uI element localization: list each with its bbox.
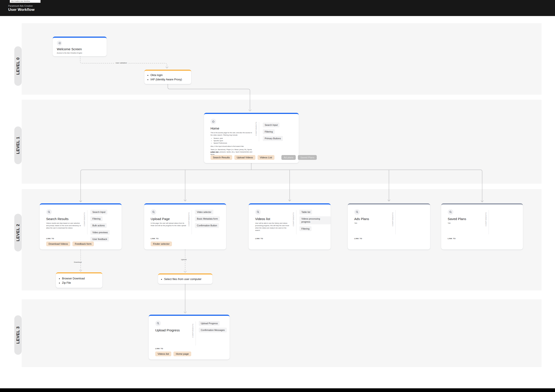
components-label: COMPONENTS — [188, 212, 190, 226]
components-label: COMPONENTS — [255, 122, 257, 136]
search-icon — [354, 209, 360, 215]
component-chip: User feedback — [90, 237, 109, 242]
note-list: Okta login IAP (Identity Aware Proxy) — [144, 73, 185, 82]
search-icon — [151, 209, 156, 215]
level-1-label: LEVEL 1 — [14, 127, 22, 164]
note-download-options[interactable]: Browser Download Zip File — [56, 272, 102, 288]
card-search-results[interactable]: Search Results Videos results and clips … — [40, 203, 122, 249]
level-2-text: LEVEL 2 — [16, 224, 20, 241]
note-list: Browser Download Zip File — [56, 276, 88, 285]
search-icon — [448, 209, 453, 215]
level-3-label: LEVEL 3 — [14, 315, 22, 355]
link-chip[interactable]: Videos list — [155, 351, 171, 356]
description-bullets: Season, year Specific sport Speed Prefer… — [211, 137, 256, 144]
note-item: IAP (Identity Aware Proxy) — [150, 77, 182, 82]
link-chip[interactable]: Upload Videos — [234, 155, 256, 160]
card-description: TBD — [448, 222, 483, 224]
card-upload-progress[interactable]: Upload Progress COMPONENTS Upload Progre… — [149, 315, 230, 359]
level-3-band — [22, 299, 541, 367]
note-item: Zip File — [62, 281, 85, 285]
card-saved-plans[interactable]: Saved Plans TBD COMPONENTS LINK TO — [441, 203, 523, 249]
note-item: Browser Download — [62, 276, 85, 281]
card-title: Ads Plans — [354, 217, 424, 221]
page-header: Ads Creative User Workflow Paramount Ads… — [0, 0, 555, 16]
link-chip[interactable]: Finder selector — [151, 242, 172, 246]
link-chip[interactable]: Videos List — [257, 155, 274, 160]
link-to-label: LINK TO — [46, 238, 54, 240]
component-chip: Table list — [299, 210, 312, 214]
component-chip: Videos processing progress — [299, 216, 331, 224]
note-item: Okta login — [150, 73, 182, 77]
level-0-band — [22, 23, 541, 95]
components-divider — [196, 321, 196, 346]
components-divider — [259, 122, 259, 142]
link-chip[interactable]: Download Videos — [46, 242, 70, 246]
components-list: Search Input Filtering Primary Buttons — [263, 123, 283, 141]
note-authentication[interactable]: Okta login IAP (Identity Aware Proxy) — [144, 70, 191, 84]
note-select-files[interactable]: Select files from user computer — [158, 274, 212, 284]
card-home[interactable]: Home This is the access page for the use… — [204, 113, 299, 163]
card-description: In this page, the user will Upload video… — [151, 222, 186, 227]
note-list: Select files from user computer — [158, 277, 204, 281]
link-chip[interactable]: Home page — [174, 351, 191, 356]
link-to-label: LINK TO — [354, 238, 362, 240]
component-chip: Upload Progress — [199, 321, 220, 326]
search-icon — [46, 209, 52, 215]
link-to-label: LINK TO — [211, 151, 219, 153]
components-label: COMPONENTS — [192, 324, 194, 338]
link-to-label: LINK TO — [448, 238, 456, 240]
level-0-label: LEVEL 0 — [14, 46, 22, 86]
components-list: Video selector Basic Metadata form Confi… — [195, 210, 220, 228]
card-description: TBD — [354, 222, 390, 224]
component-chip: Primary Buttons — [263, 136, 283, 141]
browser-tab[interactable]: Ads Creative User Workflow — [10, 0, 41, 3]
card-upload-page[interactable]: Upload Page In this page, the user will … — [144, 203, 226, 249]
card-description: User will be able to see the history and… — [255, 222, 291, 232]
component-chip: Confirmation Messages — [199, 328, 226, 332]
level-1-text: LEVEL 1 — [16, 137, 20, 154]
level-3-text: LEVEL 3 — [16, 326, 20, 344]
component-chip: Video selector — [195, 210, 213, 214]
bottom-bar — [0, 388, 555, 392]
components-list: Table list Videos processing progress Fi… — [299, 210, 331, 231]
component-chip: Basic Metadata form — [195, 216, 220, 221]
component-chip: Filtering — [90, 216, 102, 221]
links-row: Download Videos Feedback form — [46, 242, 94, 246]
connector-label-download: Download — [73, 261, 83, 263]
components-label: COMPONENTS — [83, 212, 85, 226]
card-videos-list[interactable]: Videos list User will be able to see the… — [249, 203, 331, 249]
link-chip[interactable]: Feedback form — [73, 242, 94, 246]
links-row: Finder selector — [151, 242, 172, 246]
link-to-label: LINK TO — [155, 348, 163, 349]
card-welcome-screen[interactable]: Welcome Screen Access to the Ads Ctreati… — [53, 37, 107, 56]
connector-label-user-validation: User validation — [115, 62, 128, 64]
card-title: Saved Plans — [448, 217, 516, 221]
link-chip-disabled: Saved Plans — [298, 155, 317, 160]
component-chip: Confirmation Button — [195, 223, 219, 228]
components-divider — [395, 210, 396, 234]
links-row: Videos list Home page — [155, 351, 191, 356]
components-label: COMPONENTS — [292, 212, 294, 226]
workflow-diagram-page: Ads Creative User Workflow Paramount Ads… — [0, 0, 555, 392]
search-icon — [255, 209, 261, 215]
card-description: Videos results and clips based on user s… — [46, 222, 82, 229]
card-ads-plans[interactable]: Ads Plans TBD COMPONENTS LINK TO — [348, 203, 430, 249]
link-to-label: LINK TO — [151, 238, 159, 240]
login-icon — [57, 41, 62, 46]
link-chip-disabled: Ad plans — [281, 155, 296, 160]
page-title: User Workflow — [8, 7, 35, 12]
level-2-label: LEVEL 2 — [14, 214, 22, 251]
search-icon — [155, 321, 161, 326]
card-description: This is the access page for the user, an… — [211, 132, 253, 136]
component-chip: Search Input — [90, 210, 107, 214]
component-chip: Bulk actions — [90, 223, 107, 228]
level-0-text: LEVEL 0 — [16, 57, 20, 75]
components-label: COMPONENTS — [392, 212, 394, 226]
link-chip[interactable]: Search Results — [211, 155, 232, 160]
components-list: Search Input Filtering Bulk actions Vide… — [90, 210, 110, 242]
component-chip: Video previews — [90, 230, 110, 235]
components-list: Upload Progress Confirmation Messages — [199, 321, 226, 332]
component-chip: Search Input — [263, 123, 280, 127]
description-bullet: Specific sport — [213, 139, 256, 142]
home-icon — [211, 119, 216, 124]
